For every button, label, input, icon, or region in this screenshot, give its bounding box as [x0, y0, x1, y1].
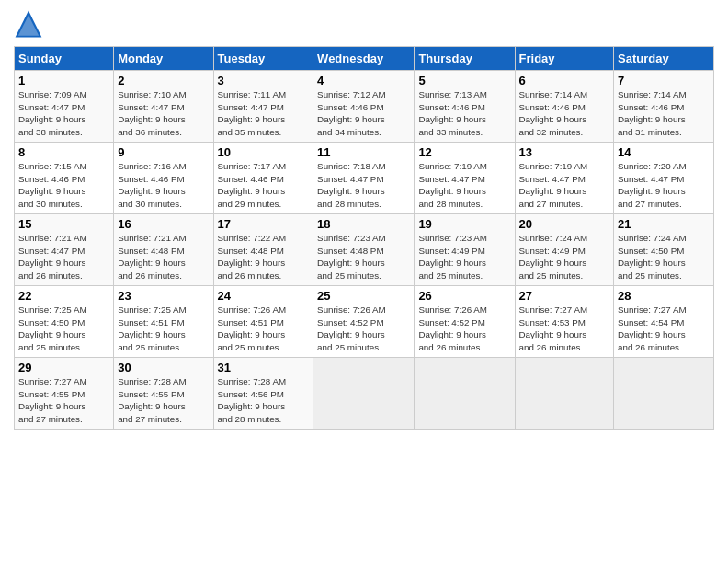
day-number: 1: [18, 74, 109, 87]
day-info: Sunrise: 7:22 AM Sunset: 4:48 PM Dayligh…: [218, 232, 310, 282]
calendar-header: SundayMondayTuesdayWednesdayThursdayFrid…: [15, 47, 714, 71]
day-number: 13: [519, 145, 610, 159]
day-number: 4: [317, 74, 410, 87]
day-number: 31: [218, 361, 310, 374]
day-cell: [614, 358, 714, 430]
day-info: Sunrise: 7:23 AM Sunset: 4:48 PM Dayligh…: [317, 232, 410, 282]
day-cell: 22Sunrise: 7:25 AM Sunset: 4:50 PM Dayli…: [15, 286, 114, 358]
day-info: Sunrise: 7:25 AM Sunset: 4:51 PM Dayligh…: [118, 304, 209, 354]
calendar-table: SundayMondayTuesdayWednesdayThursdayFrid…: [14, 46, 714, 430]
day-cell: 20Sunrise: 7:24 AM Sunset: 4:49 PM Dayli…: [515, 214, 614, 286]
day-info: Sunrise: 7:13 AM Sunset: 4:46 PM Dayligh…: [418, 88, 510, 139]
day-cell: 15Sunrise: 7:21 AM Sunset: 4:47 PM Dayli…: [15, 214, 114, 286]
day-cell: 23Sunrise: 7:25 AM Sunset: 4:51 PM Dayli…: [114, 286, 213, 358]
day-number: 30: [118, 361, 209, 374]
day-info: Sunrise: 7:28 AM Sunset: 4:55 PM Dayligh…: [118, 375, 209, 426]
day-number: 28: [618, 289, 710, 303]
logo: [14, 9, 47, 39]
day-info: Sunrise: 7:25 AM Sunset: 4:50 PM Dayligh…: [18, 304, 109, 354]
day-info: Sunrise: 7:27 AM Sunset: 4:53 PM Dayligh…: [519, 304, 610, 354]
header-cell-saturday: Saturday: [614, 47, 714, 71]
day-number: 12: [418, 145, 510, 159]
day-info: Sunrise: 7:09 AM Sunset: 4:47 PM Dayligh…: [18, 88, 109, 139]
week-row-1: 1Sunrise: 7:09 AM Sunset: 4:47 PM Daylig…: [15, 71, 714, 143]
day-number: 9: [118, 145, 209, 159]
day-number: 5: [418, 74, 510, 87]
day-cell: [415, 358, 515, 430]
day-number: 27: [519, 289, 610, 303]
day-cell: [313, 358, 415, 430]
day-cell: 18Sunrise: 7:23 AM Sunset: 4:48 PM Dayli…: [313, 214, 415, 286]
day-cell: 7Sunrise: 7:14 AM Sunset: 4:46 PM Daylig…: [614, 71, 714, 143]
day-cell: 28Sunrise: 7:27 AM Sunset: 4:54 PM Dayli…: [614, 286, 714, 358]
day-cell: 13Sunrise: 7:19 AM Sunset: 4:47 PM Dayli…: [515, 143, 614, 214]
day-number: 14: [618, 145, 710, 159]
day-number: 2: [118, 74, 209, 87]
day-number: 22: [18, 289, 109, 303]
header-cell-monday: Monday: [114, 47, 213, 71]
day-number: 16: [118, 217, 209, 231]
day-number: 6: [519, 74, 610, 87]
day-number: 24: [218, 289, 310, 303]
header: [14, 9, 714, 39]
day-info: Sunrise: 7:12 AM Sunset: 4:46 PM Dayligh…: [317, 88, 410, 139]
day-info: Sunrise: 7:20 AM Sunset: 4:47 PM Dayligh…: [618, 160, 710, 211]
day-cell: 10Sunrise: 7:17 AM Sunset: 4:46 PM Dayli…: [213, 143, 313, 214]
day-cell: 4Sunrise: 7:12 AM Sunset: 4:46 PM Daylig…: [313, 71, 415, 143]
day-info: Sunrise: 7:21 AM Sunset: 4:48 PM Dayligh…: [118, 232, 209, 282]
day-number: 29: [18, 361, 109, 374]
day-number: 20: [519, 217, 610, 231]
header-cell-sunday: Sunday: [15, 47, 114, 71]
day-info: Sunrise: 7:24 AM Sunset: 4:50 PM Dayligh…: [618, 232, 710, 282]
day-cell: 11Sunrise: 7:18 AM Sunset: 4:47 PM Dayli…: [313, 143, 415, 214]
day-info: Sunrise: 7:27 AM Sunset: 4:55 PM Dayligh…: [18, 375, 109, 426]
day-info: Sunrise: 7:19 AM Sunset: 4:47 PM Dayligh…: [418, 160, 510, 211]
day-number: 3: [218, 74, 310, 87]
week-row-2: 8Sunrise: 7:15 AM Sunset: 4:46 PM Daylig…: [15, 143, 714, 214]
day-cell: 2Sunrise: 7:10 AM Sunset: 4:47 PM Daylig…: [114, 71, 213, 143]
day-info: Sunrise: 7:26 AM Sunset: 4:52 PM Dayligh…: [317, 304, 410, 354]
day-info: Sunrise: 7:24 AM Sunset: 4:49 PM Dayligh…: [519, 232, 610, 282]
header-cell-friday: Friday: [515, 47, 614, 71]
logo-icon: [14, 9, 43, 39]
day-number: 7: [618, 74, 710, 87]
day-number: 15: [18, 217, 109, 231]
day-cell: 12Sunrise: 7:19 AM Sunset: 4:47 PM Dayli…: [415, 143, 515, 214]
day-cell: 16Sunrise: 7:21 AM Sunset: 4:48 PM Dayli…: [114, 214, 213, 286]
day-cell: 27Sunrise: 7:27 AM Sunset: 4:53 PM Dayli…: [515, 286, 614, 358]
day-number: 23: [118, 289, 209, 303]
day-cell: 17Sunrise: 7:22 AM Sunset: 4:48 PM Dayli…: [213, 214, 313, 286]
day-cell: 25Sunrise: 7:26 AM Sunset: 4:52 PM Dayli…: [313, 286, 415, 358]
day-number: 21: [618, 217, 710, 231]
day-number: 17: [218, 217, 310, 231]
day-cell: 1Sunrise: 7:09 AM Sunset: 4:47 PM Daylig…: [15, 71, 114, 143]
week-row-3: 15Sunrise: 7:21 AM Sunset: 4:47 PM Dayli…: [15, 214, 714, 286]
day-cell: 30Sunrise: 7:28 AM Sunset: 4:55 PM Dayli…: [114, 358, 213, 430]
day-number: 8: [18, 145, 109, 159]
day-cell: 6Sunrise: 7:14 AM Sunset: 4:46 PM Daylig…: [515, 71, 614, 143]
day-cell: 24Sunrise: 7:26 AM Sunset: 4:51 PM Dayli…: [213, 286, 313, 358]
calendar-body: 1Sunrise: 7:09 AM Sunset: 4:47 PM Daylig…: [15, 71, 714, 430]
day-cell: 8Sunrise: 7:15 AM Sunset: 4:46 PM Daylig…: [15, 143, 114, 214]
day-info: Sunrise: 7:14 AM Sunset: 4:46 PM Dayligh…: [519, 88, 610, 139]
day-cell: 31Sunrise: 7:28 AM Sunset: 4:56 PM Dayli…: [213, 358, 313, 430]
day-info: Sunrise: 7:23 AM Sunset: 4:49 PM Dayligh…: [418, 232, 510, 282]
day-info: Sunrise: 7:15 AM Sunset: 4:46 PM Dayligh…: [18, 160, 109, 211]
header-cell-thursday: Thursday: [415, 47, 515, 71]
day-info: Sunrise: 7:27 AM Sunset: 4:54 PM Dayligh…: [618, 304, 710, 354]
day-cell: 3Sunrise: 7:11 AM Sunset: 4:47 PM Daylig…: [213, 71, 313, 143]
day-info: Sunrise: 7:10 AM Sunset: 4:47 PM Dayligh…: [118, 88, 209, 139]
header-row: SundayMondayTuesdayWednesdayThursdayFrid…: [15, 47, 714, 71]
day-cell: 5Sunrise: 7:13 AM Sunset: 4:46 PM Daylig…: [415, 71, 515, 143]
week-row-5: 29Sunrise: 7:27 AM Sunset: 4:55 PM Dayli…: [15, 358, 714, 430]
day-cell: [515, 358, 614, 430]
day-cell: 9Sunrise: 7:16 AM Sunset: 4:46 PM Daylig…: [114, 143, 213, 214]
day-info: Sunrise: 7:26 AM Sunset: 4:52 PM Dayligh…: [418, 304, 510, 354]
header-cell-tuesday: Tuesday: [213, 47, 313, 71]
page-container: SundayMondayTuesdayWednesdayThursdayFrid…: [0, 0, 728, 434]
day-info: Sunrise: 7:16 AM Sunset: 4:46 PM Dayligh…: [118, 160, 209, 211]
day-number: 26: [418, 289, 510, 303]
day-info: Sunrise: 7:17 AM Sunset: 4:46 PM Dayligh…: [218, 160, 310, 211]
day-info: Sunrise: 7:26 AM Sunset: 4:51 PM Dayligh…: [218, 304, 310, 354]
day-cell: 19Sunrise: 7:23 AM Sunset: 4:49 PM Dayli…: [415, 214, 515, 286]
